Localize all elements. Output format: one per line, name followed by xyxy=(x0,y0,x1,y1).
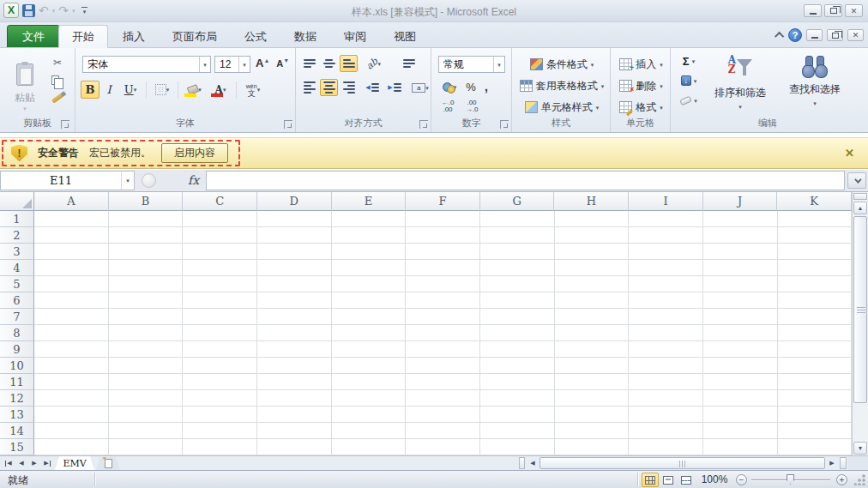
align-bottom-button[interactable] xyxy=(340,55,358,72)
close-button[interactable]: ✕ xyxy=(845,4,863,17)
tab-插入[interactable]: 插入 xyxy=(110,25,158,48)
zoom-slider-thumb[interactable] xyxy=(787,474,794,485)
previous-sheet-button[interactable]: ◀ xyxy=(15,457,27,469)
horizontal-scrollbar[interactable] xyxy=(539,457,825,469)
row-header-12[interactable]: 12 xyxy=(0,390,34,407)
tab-公式[interactable]: 公式 xyxy=(232,25,280,48)
normal-view-button[interactable] xyxy=(642,473,659,487)
underline-dropdown-icon[interactable]: ▾ xyxy=(134,87,137,93)
fill-color-dropdown-icon[interactable]: ▾ xyxy=(198,87,202,93)
row-header-11[interactable]: 11 xyxy=(0,374,34,390)
number-format-combo[interactable]: 常规 ▾ xyxy=(438,56,505,73)
find-select-dropdown-icon[interactable]: ▾ xyxy=(813,100,817,106)
hscroll-splitter[interactable] xyxy=(840,457,847,469)
sort-filter-button[interactable]: AZ 排序和筛选 ▾ xyxy=(707,51,774,124)
column-header-D[interactable]: D xyxy=(257,192,332,211)
delete-cells-button[interactable]: × 删除 ▾ xyxy=(616,76,666,95)
zoom-out-button[interactable]: − xyxy=(736,474,747,485)
column-header-J[interactable]: J xyxy=(703,192,778,211)
page-break-view-button[interactable] xyxy=(678,473,695,487)
find-select-button[interactable]: 查找和选择 ▾ xyxy=(779,51,851,124)
cell-styles-dropdown-icon[interactable]: ▾ xyxy=(596,105,600,111)
percent-style-button[interactable]: % xyxy=(464,79,478,94)
insert-worksheet-button[interactable] xyxy=(96,457,120,470)
column-header-A[interactable]: A xyxy=(34,192,109,211)
align-center-button[interactable] xyxy=(320,79,338,96)
comma-style-button[interactable]: , xyxy=(481,79,491,94)
scroll-down-button[interactable]: ▼ xyxy=(853,442,867,455)
cut-button[interactable]: ✂ xyxy=(46,55,69,69)
underline-button[interactable]: U▾ xyxy=(118,81,142,99)
shrink-font-icon[interactable]: A▼ xyxy=(276,57,289,69)
first-sheet-button[interactable]: ◀ xyxy=(3,457,15,469)
align-top-button[interactable] xyxy=(300,55,318,72)
row-header-5[interactable]: 5 xyxy=(0,276,34,292)
formula-input[interactable] xyxy=(207,171,845,190)
conditional-dropdown-icon[interactable]: ▾ xyxy=(591,62,594,68)
italic-button[interactable]: I xyxy=(100,81,118,99)
workbook-minimize-button[interactable] xyxy=(806,29,823,41)
align-middle-button[interactable] xyxy=(320,55,338,72)
font-size-combo[interactable]: 12 ▾ xyxy=(214,56,250,73)
align-right-button[interactable] xyxy=(340,79,358,96)
clear-dropdown-icon[interactable]: ▾ xyxy=(694,98,697,104)
format-table-dropdown-icon[interactable]: ▾ xyxy=(601,83,605,89)
phonetic-dropdown-icon[interactable]: ▾ xyxy=(257,87,261,93)
tab-视图[interactable]: 视图 xyxy=(381,25,429,48)
increase-decimal-button[interactable]: ←.0.00 xyxy=(438,98,457,115)
insert-function-icon[interactable]: fx xyxy=(188,173,199,187)
tab-file[interactable]: 文件 xyxy=(7,25,60,47)
align-left-button[interactable] xyxy=(300,79,318,96)
format-painter-button[interactable] xyxy=(46,91,69,105)
borders-dropdown-icon[interactable]: ▾ xyxy=(166,87,170,93)
number-format-dropdown-icon[interactable]: ▾ xyxy=(493,57,504,72)
row-header-7[interactable]: 7 xyxy=(0,309,34,325)
increase-indent-button[interactable]: ▶ xyxy=(384,79,405,96)
row-header-2[interactable]: 2 xyxy=(0,227,34,244)
collapse-ribbon-icon[interactable] xyxy=(775,32,784,41)
workbook-restore-button[interactable] xyxy=(827,29,843,41)
name-box[interactable]: E11 ▾ xyxy=(0,171,135,190)
expand-formula-bar-button[interactable] xyxy=(847,172,866,189)
row-header-8[interactable]: 8 xyxy=(0,325,34,341)
zoom-level-label[interactable]: 100% xyxy=(698,473,731,485)
column-header-F[interactable]: F xyxy=(406,192,480,211)
decrease-indent-button[interactable]: ◀ xyxy=(362,79,383,96)
row-header-9[interactable]: 9 xyxy=(0,341,34,358)
column-header-I[interactable]: I xyxy=(629,192,703,211)
format-as-table-button[interactable]: 套用表格格式 ▾ xyxy=(517,76,606,95)
decrease-decimal-button[interactable]: .00→.0 xyxy=(462,98,481,115)
font-name-dropdown-icon[interactable]: ▾ xyxy=(199,57,210,72)
font-dialog-launcher[interactable] xyxy=(284,120,292,129)
tab-审阅[interactable]: 审阅 xyxy=(331,25,379,48)
column-header-C[interactable]: C xyxy=(183,192,257,211)
tab-scroll-splitter[interactable] xyxy=(519,457,525,469)
format-cells-button[interactable]: 格式 ▾ xyxy=(616,98,666,117)
insert-cells-button[interactable]: + 插入 ▾ xyxy=(616,55,666,74)
tab-页面布局[interactable]: 页面布局 xyxy=(160,25,230,48)
phonetic-guide-button[interactable]: wén文 ▾ xyxy=(240,81,266,99)
enable-content-button[interactable]: 启用内容 xyxy=(161,143,228,163)
page-layout-view-button[interactable] xyxy=(660,473,677,487)
row-header-10[interactable]: 10 xyxy=(0,358,34,374)
clipboard-dialog-launcher[interactable] xyxy=(61,120,69,129)
font-name-combo[interactable]: 宋体 ▾ xyxy=(82,56,211,73)
row-header-15[interactable]: 15 xyxy=(0,439,34,455)
font-size-dropdown-icon[interactable]: ▾ xyxy=(238,57,250,72)
help-icon[interactable]: ? xyxy=(788,28,802,42)
column-header-K[interactable]: K xyxy=(777,192,852,211)
grow-font-icon[interactable]: A▲ xyxy=(256,57,269,69)
row-header-4[interactable]: 4 xyxy=(0,260,34,276)
autosum-button[interactable]: Σ▾ xyxy=(676,53,702,69)
resize-grip[interactable] xyxy=(854,474,865,485)
bold-button[interactable]: B xyxy=(81,81,99,99)
vertical-split-handle[interactable] xyxy=(853,193,867,200)
borders-button[interactable]: ▾ xyxy=(150,81,174,99)
name-box-dropdown-icon[interactable]: ▾ xyxy=(121,172,134,190)
column-header-E[interactable]: E xyxy=(332,192,407,211)
next-sheet-button[interactable]: ▶ xyxy=(28,457,40,469)
accounting-format-button[interactable]: ▾ xyxy=(438,79,461,94)
sheet-tab-emv[interactable]: EMV xyxy=(55,456,94,470)
orientation-button[interactable]: ab▾ xyxy=(362,55,385,72)
row-header-1[interactable]: 1 xyxy=(0,211,34,227)
